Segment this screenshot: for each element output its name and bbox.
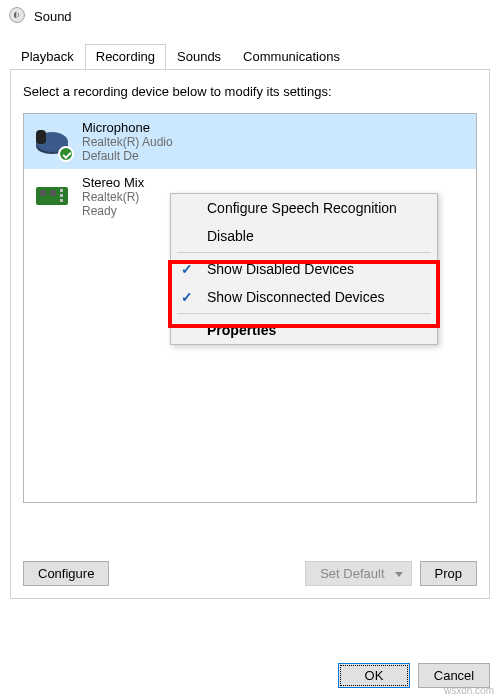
- instruction-text: Select a recording device below to modif…: [23, 84, 477, 99]
- device-name: Microphone: [82, 120, 173, 135]
- svg-rect-3: [36, 130, 46, 144]
- device-status: Default De: [82, 149, 173, 163]
- menu-separator: [177, 252, 431, 253]
- svg-rect-8: [60, 194, 63, 197]
- context-menu: Configure Speech Recognition Disable Sho…: [170, 193, 438, 345]
- menu-properties[interactable]: Properties: [171, 316, 437, 344]
- svg-rect-7: [60, 189, 63, 192]
- tab-communications[interactable]: Communications: [232, 44, 351, 70]
- ok-button[interactable]: OK: [338, 663, 410, 688]
- device-driver: Realtek(R) Audio: [82, 135, 173, 149]
- svg-point-0: [10, 8, 25, 23]
- device-status: Ready: [82, 204, 144, 218]
- window-title: Sound: [34, 9, 72, 24]
- menu-configure-speech[interactable]: Configure Speech Recognition: [171, 194, 437, 222]
- microphone-icon: [32, 120, 72, 160]
- device-driver: Realtek(R): [82, 190, 144, 204]
- set-default-button[interactable]: Set Default: [305, 561, 411, 586]
- menu-show-disabled[interactable]: Show Disabled Devices: [171, 255, 437, 283]
- panel-button-row: Configure Set Default Prop: [23, 561, 477, 586]
- watermark: wsxdn.com: [444, 685, 494, 696]
- set-default-label: Set Default: [320, 566, 384, 581]
- configure-button[interactable]: Configure: [23, 561, 109, 586]
- titlebar: Sound: [0, 0, 500, 33]
- properties-button[interactable]: Prop: [420, 561, 477, 586]
- menu-separator: [177, 313, 431, 314]
- tab-sounds[interactable]: Sounds: [166, 44, 232, 70]
- menu-show-disconnected[interactable]: Show Disconnected Devices: [171, 283, 437, 311]
- menu-disable[interactable]: Disable: [171, 222, 437, 250]
- device-name: Stereo Mix: [82, 175, 144, 190]
- tab-recording[interactable]: Recording: [85, 44, 166, 70]
- sound-icon: [8, 6, 26, 27]
- svg-rect-5: [40, 190, 46, 196]
- svg-rect-9: [60, 199, 63, 202]
- default-badge-icon: [58, 146, 74, 162]
- svg-rect-6: [50, 190, 56, 196]
- tabs-bar: Playback Recording Sounds Communications: [0, 33, 500, 69]
- soundcard-icon: [32, 175, 72, 215]
- device-labels: Microphone Realtek(R) Audio Default De: [82, 120, 173, 163]
- device-labels: Stereo Mix Realtek(R) Ready: [82, 175, 144, 218]
- device-microphone[interactable]: Microphone Realtek(R) Audio Default De: [24, 114, 476, 169]
- tab-playback[interactable]: Playback: [10, 44, 85, 70]
